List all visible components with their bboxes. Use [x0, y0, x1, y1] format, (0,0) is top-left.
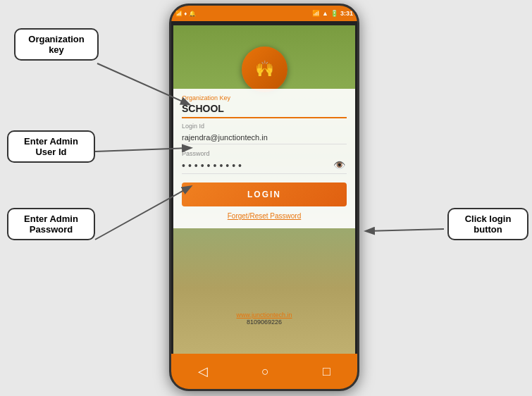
annotation-admin-id-text: Enter AdminUser Id	[24, 136, 78, 157]
back-nav-icon[interactable]: ◁	[198, 364, 208, 379]
annotation-org-key: Organization key	[14, 28, 99, 61]
status-battery: 🔋	[330, 10, 338, 17]
password-label: Password	[182, 150, 347, 157]
login-id-label: Login Id	[182, 123, 347, 130]
status-wifi: ▲	[322, 10, 328, 17]
phone-frame: 📶 ♦ 🔔 📶 ▲ 🔋 3:31 🙌 Organization Key SC	[169, 4, 359, 391]
login-button[interactable]: LOGIN	[182, 182, 347, 206]
phone-screen: 🙌 Organization Key SCHOOL Login Id Passw…	[173, 25, 355, 354]
annotation-admin-pwd-text: Enter AdminPassword	[24, 214, 78, 235]
annotation-login-text: Click login button	[465, 214, 512, 235]
eye-icon[interactable]: 👁️	[333, 159, 345, 171]
page-container: Organization key Enter AdminUser Id Ente…	[0, 0, 532, 396]
status-bar: 📶 ♦ 🔔 📶 ▲ 🔋 3:31	[171, 6, 357, 21]
annotation-org-key-text: Organization key	[28, 34, 84, 55]
password-input[interactable]	[182, 158, 347, 174]
annotation-admin-user-id: Enter AdminUser Id	[7, 130, 95, 163]
status-time: 3:31	[340, 10, 353, 17]
status-signal: 📶	[312, 10, 320, 17]
password-row: 👁️	[182, 158, 347, 180]
status-right: 📶 ▲ 🔋 3:31	[312, 10, 353, 17]
status-left-icons: 📶 ♦ 🔔	[175, 11, 196, 17]
nav-bar: ◁ ○ □	[171, 354, 357, 389]
logo-circle: 🙌	[242, 47, 287, 92]
login-id-input[interactable]	[182, 131, 347, 144]
home-nav-icon[interactable]: ○	[261, 364, 269, 379]
org-key-value: SCHOOL	[182, 103, 347, 118]
svg-line-4	[366, 229, 444, 231]
annotation-login-button: Click login button	[447, 208, 528, 240]
forget-password-link[interactable]: Forget/Reset Password	[182, 212, 347, 220]
annotation-admin-password: Enter AdminPassword	[7, 208, 95, 240]
logo-silhouette-icon: 🙌	[255, 61, 274, 77]
bottom-info: www.junctiontech.in 8109069226	[173, 311, 355, 326]
recent-nav-icon[interactable]: □	[323, 364, 330, 379]
login-form: Organization Key SCHOOL Login Id Passwor…	[173, 89, 355, 228]
phone-number: 8109069226	[173, 318, 355, 326]
status-icons-left: 📶 ♦ 🔔	[175, 11, 196, 17]
website-link[interactable]: www.junctiontech.in	[173, 311, 355, 318]
org-key-label: Organization Key	[182, 94, 347, 101]
